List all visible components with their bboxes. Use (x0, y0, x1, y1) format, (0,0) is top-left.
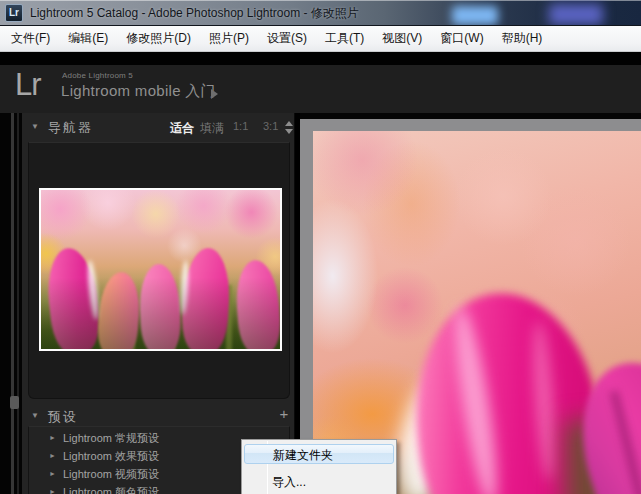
menu-item-help[interactable]: 帮助(H) (493, 26, 552, 51)
rail-line (11, 113, 14, 494)
glass-reflection (549, 4, 603, 25)
forward-arrow-icon[interactable] (211, 89, 218, 99)
photo-stem-shape (169, 288, 175, 351)
window-title: Lightroom 5 Catalog - Adobe Photoshop Li… (30, 0, 359, 26)
main-view (300, 113, 641, 494)
zoom-ratio-stepper-icon[interactable] (285, 121, 294, 134)
identity-plate: Lr Adobe Lightroom 5 Lightroom mobile 入门 (0, 65, 641, 113)
disclosure-triangle-icon[interactable]: ► (49, 483, 56, 494)
photo-tulip-shape (180, 247, 231, 351)
identity-plate-subtitle: Adobe Lightroom 5 (62, 71, 133, 80)
preset-folder-label: Lightroom 视频预设 (63, 465, 159, 483)
photo-tulip-shape (96, 271, 142, 351)
rail-grip[interactable] (10, 396, 19, 409)
menu-item-develop[interactable]: 修改照片(D) (117, 26, 200, 51)
presets-title: 预设 (48, 408, 78, 426)
navigator-panel (28, 142, 290, 399)
disclosure-triangle-icon[interactable]: ▼ (31, 411, 39, 420)
zoom-1-1-button[interactable]: 1:1 (233, 120, 248, 132)
navigator-preview-image[interactable] (39, 188, 282, 351)
photo-highlight-shape (86, 260, 100, 321)
navigator-header[interactable]: ▼ 导航器 适合 填满 1:1 3:1 (22, 113, 295, 142)
photo-tulip-shape (44, 246, 103, 351)
rail-line (17, 113, 19, 494)
menu-item-view[interactable]: 视图(V) (373, 26, 431, 51)
divider (0, 52, 641, 65)
photo-stem-shape (79, 285, 85, 351)
photo-canvas (300, 119, 641, 494)
zoom-fit-button[interactable]: 适合 (170, 120, 194, 137)
navigator-title: 导航器 (48, 119, 93, 137)
identity-plate-title[interactable]: Lightroom mobile 入门 (61, 82, 216, 101)
menu-item-window[interactable]: 窗口(W) (431, 26, 492, 51)
zoom-3-1-button[interactable]: 3:1 (263, 120, 278, 132)
app-icon[interactable]: Lr (5, 4, 23, 22)
context-menu-item-new-folder[interactable]: 新建文件夹 (244, 444, 394, 464)
menu-item-photo[interactable]: 照片(P) (200, 26, 258, 51)
lightroom-window: Lr Lightroom 5 Catalog - Adobe Photoshop… (0, 0, 641, 494)
menu-item-file[interactable]: 文件(F) (2, 26, 59, 51)
glass-reflection (452, 6, 498, 25)
disclosure-triangle-icon[interactable]: ► (49, 429, 56, 447)
photo-tulip-shape (138, 263, 181, 351)
photo-stem-shape (226, 285, 232, 351)
menu-item-tools[interactable]: 工具(T) (316, 26, 373, 51)
left-panel-group: ▼ 导航器 适合 填满 1:1 3:1 ▼ (22, 113, 295, 494)
context-menu-item-label: 导入... (272, 471, 306, 493)
photo-tulip-shape (234, 259, 282, 351)
preset-folder-label: Lightroom 常规预设 (63, 429, 159, 447)
context-menu: 新建文件夹 导入... (241, 439, 397, 494)
zoom-fill-button[interactable]: 填满 (200, 120, 224, 137)
context-menu-item-import[interactable]: 导入... (244, 471, 394, 493)
menu-bar: 文件(F) 编辑(E) 修改照片(D) 照片(P) 设置(S) 工具(T) 视图… (0, 26, 641, 52)
context-menu-item-label: 新建文件夹 (273, 445, 333, 465)
photo-highlight-shape (180, 260, 190, 315)
panel-collapse-rail[interactable] (0, 113, 22, 494)
preset-folder-label: Lightroom 颜色预设 (63, 483, 159, 494)
photo-stem-shape (129, 290, 135, 351)
preset-folder-label: Lightroom 效果预设 (63, 447, 159, 465)
disclosure-triangle-icon[interactable]: ► (49, 447, 56, 465)
add-preset-button[interactable]: + (276, 405, 292, 423)
disclosure-triangle-icon[interactable]: ► (49, 465, 56, 483)
disclosure-triangle-icon[interactable]: ▼ (31, 122, 39, 131)
menu-item-edit[interactable]: 编辑(E) (59, 26, 117, 51)
lightroom-logo: Lr (15, 67, 41, 103)
menu-item-settings[interactable]: 设置(S) (258, 26, 316, 51)
window-title-bar[interactable]: Lr Lightroom 5 Catalog - Adobe Photoshop… (0, 0, 641, 26)
